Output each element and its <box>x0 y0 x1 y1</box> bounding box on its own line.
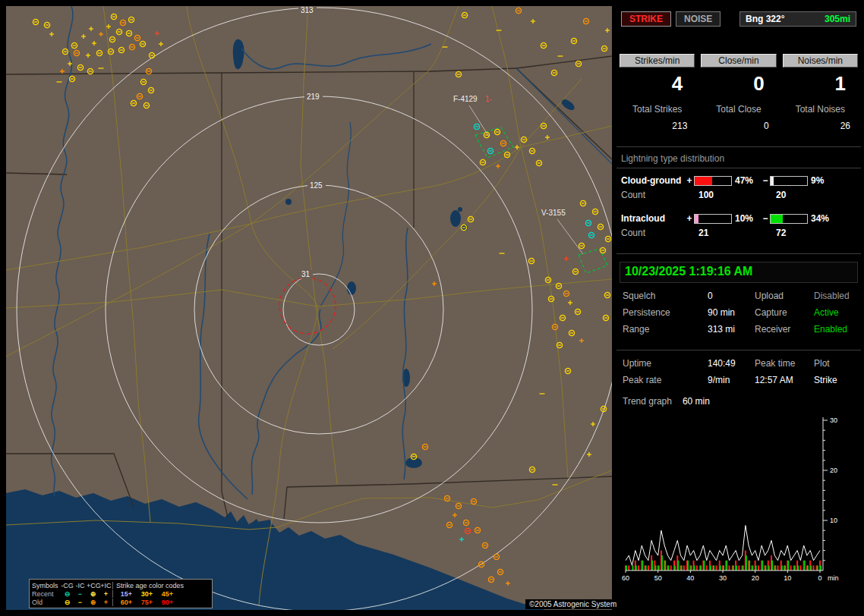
ring-label: 219 <box>307 93 320 101</box>
cg-negative-count: 20 <box>776 190 786 200</box>
ic-strikes-per-min-bar <box>726 561 727 570</box>
persistence-value: 90 min <box>708 307 755 318</box>
distribution-title: Lightning type distribution <box>616 147 861 168</box>
trend-x-tick-label: 30 <box>719 574 727 582</box>
ic-strikes-per-min-bar <box>810 565 812 570</box>
ic-strikes-per-min-bar <box>654 565 656 570</box>
ic-strikes-per-min-bar <box>807 565 809 570</box>
cg-positive-pct: 47% <box>732 175 761 186</box>
strikes-rate-column: Strikes/min 4 Total Strikes 213 <box>620 54 695 131</box>
peak-time-label: Peak time <box>755 358 814 369</box>
datetime-display: 10/23/2025 1:19:16 AM <box>620 262 858 283</box>
cg-strikes-per-min-bar <box>738 565 739 570</box>
ic-strikes-per-min-bar <box>787 561 789 570</box>
cg-strikes-per-min-bar <box>638 565 639 570</box>
ic-strikes-per-min-bar <box>710 565 711 570</box>
ic-strikes-per-min-bar <box>804 561 806 570</box>
ic-strikes-per-min-bar <box>720 565 721 570</box>
status-panel: STRIKE NOISE Bng 322° 305mi Strikes/min … <box>616 6 861 610</box>
ic-strikes-per-min-bar <box>797 565 799 570</box>
cg-strikes-per-min-bar <box>706 565 708 570</box>
capture-label: Capture <box>755 307 814 318</box>
trend-graph: 1020306050403020100min <box>620 413 859 589</box>
ic-strikes-per-min-bar <box>781 565 783 570</box>
cg-strikes-per-min-bar <box>648 565 649 570</box>
ic-strikes-per-min-bar <box>687 561 689 570</box>
trend-x-tick-label: 50 <box>654 574 662 582</box>
trend-y-tick-label: 30 <box>830 416 837 424</box>
strike-mode-button[interactable]: STRIKE <box>621 11 671 27</box>
neg-cg-old-icon: ⊖ <box>61 599 74 606</box>
mode-row: STRIKE NOISE Bng 322° 305mi <box>621 11 856 27</box>
noises-per-min-button[interactable]: Noises/min <box>783 54 858 68</box>
total-close-value: 0 <box>701 121 776 131</box>
noise-mode-button[interactable]: NOISE <box>676 11 721 27</box>
plot-label: Plot <box>814 358 855 369</box>
cloud-ground-label: Cloud-ground <box>621 175 685 186</box>
ic-strikes-per-min-bar <box>632 565 634 570</box>
ic-strikes-per-min-bar <box>771 561 773 570</box>
count-label: Count <box>621 190 698 200</box>
receiver-status: Enabled <box>814 324 855 335</box>
legend-header-row: Symbols -CG -IC +CG +IC Strike age color… <box>32 581 210 589</box>
trend-x-tick-label: 20 <box>752 574 759 582</box>
legend-recent-row: Recent ⊖ − ⊕ + 15+ 30+ 45+ <box>32 589 210 598</box>
trend-header: Trend graph 60 min <box>616 385 861 408</box>
legend-symbols-header: Symbols <box>32 582 61 589</box>
ic-strikes-per-min-bar <box>794 565 796 570</box>
cg-positive-count: 100 <box>698 190 776 200</box>
uptime-label: Uptime <box>623 358 708 369</box>
range-value: 313 mi <box>708 324 755 335</box>
storm-cell-tag: 1- <box>485 95 492 103</box>
plus-sign: + <box>685 175 694 186</box>
noises-per-min-value: 1 <box>783 72 858 95</box>
close-per-min-button[interactable]: Close/min <box>701 54 776 68</box>
trend-x-tick-label: 0 <box>818 574 822 582</box>
ic-strikes-per-min-bar <box>762 561 763 570</box>
minus-sign: − <box>761 213 770 224</box>
trend-x-tick-label: 40 <box>686 574 694 582</box>
intracloud-row: Intracloud + 10% − 34% <box>616 212 861 225</box>
bearing-value: Bng 322° <box>746 14 784 24</box>
ic-negative-bar <box>770 214 808 224</box>
trend-window-value: 60 min <box>683 396 710 408</box>
legend-age-header: Strike age color codes <box>112 582 210 589</box>
map-display[interactable]: 31125219313F-41291-V-3155 <box>6 6 612 610</box>
receiver-label: Receiver <box>755 324 814 335</box>
neg-cg-recent-icon: ⊖ <box>61 590 74 598</box>
cloud-ground-count-row: Count 100 20 <box>616 190 861 200</box>
total-noises-label: Total Noises <box>783 104 858 115</box>
upload-label: Upload <box>755 291 814 301</box>
close-per-min-value: 0 <box>701 72 776 95</box>
strikes-per-min-button[interactable]: Strikes/min <box>620 54 695 68</box>
legend-old-label: Old <box>32 599 61 606</box>
legend-col-neg-cg: -CG <box>61 582 74 589</box>
total-close-label: Total Close <box>701 104 776 115</box>
ic-strikes-per-min-bar <box>784 565 786 570</box>
ic-strikes-per-min-bar <box>817 565 818 570</box>
age-15: 15+ <box>116 590 137 598</box>
ic-strikes-per-min-bar <box>703 561 705 570</box>
trend-y-tick-label: 10 <box>830 517 837 524</box>
ic-strikes-per-min-bar <box>694 565 695 570</box>
info-section: Uptime 140:49 Peak time Plot Peak rate 9… <box>616 350 861 385</box>
legend-recent-ages: 15+ 30+ 45+ <box>112 590 210 598</box>
bearing-distance: 305mi <box>825 14 850 24</box>
ic-strikes-per-min-bar <box>664 561 666 570</box>
ic-positive-bar <box>694 214 732 224</box>
peak-rate-value: 9/min <box>708 375 755 385</box>
storm-cell-label: F-4129 <box>453 95 478 103</box>
total-noises-value: 26 <box>783 121 858 131</box>
cg-strikes-per-min-bar <box>729 565 730 570</box>
cg-strikes-per-min-bar <box>628 565 629 570</box>
neg-ic-recent-icon: − <box>74 590 87 598</box>
legend-col-pos-ic: +IC <box>99 582 112 589</box>
ic-strikes-per-min-bar <box>681 565 683 570</box>
cg-negative-bar <box>770 176 808 186</box>
trend-line <box>626 526 820 566</box>
ic-strikes-per-min-bar <box>674 565 676 570</box>
cg-positive-bar <box>694 176 732 186</box>
ic-positive-pct: 10% <box>732 213 761 224</box>
age-45: 45+ <box>157 590 178 598</box>
ic-negative-count: 72 <box>776 228 786 238</box>
